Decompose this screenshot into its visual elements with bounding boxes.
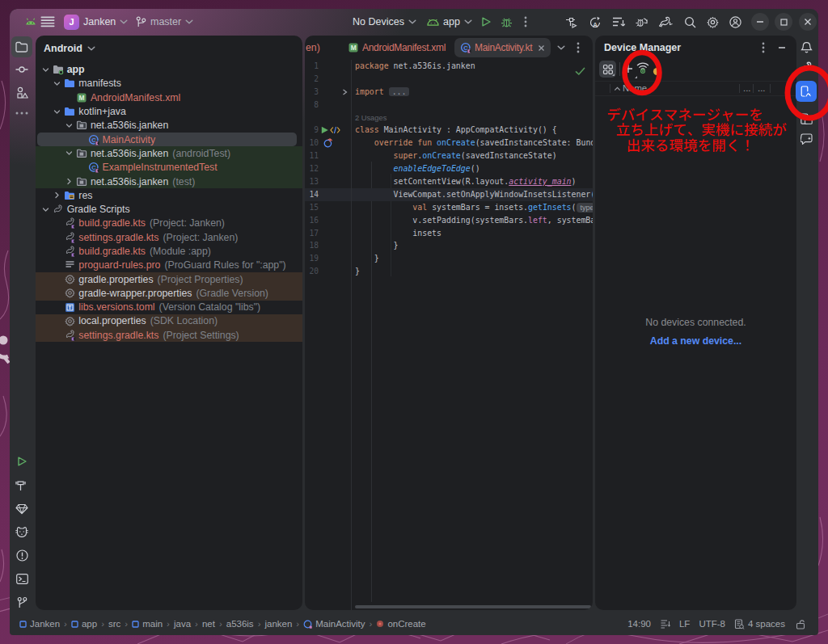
logcat-tool-button[interactable] — [11, 521, 32, 542]
maximize-button[interactable] — [775, 13, 792, 31]
column-3[interactable]: ... — [758, 83, 765, 93]
attach-debugger-button[interactable] — [635, 9, 648, 35]
apply-changes-button[interactable]: A — [589, 9, 602, 35]
inspections-status-icon[interactable] — [575, 65, 585, 79]
project-widget[interactable]: J Janken — [64, 9, 128, 35]
breadcrumb-src[interactable]: src — [108, 619, 120, 629]
inspection-widget[interactable] — [660, 619, 670, 629]
tab-mainactivity[interactable]: C MainActivity.kt — [454, 38, 551, 57]
breadcrumb-mainactivity[interactable]: MainActivity — [303, 619, 365, 629]
tree-chevron[interactable] — [51, 189, 63, 202]
code-line[interactable]: 9class MainActivity : AppCompatActivity(… — [305, 124, 593, 137]
tree-item-gradle-wrapper-properties[interactable]: gradle-wrapper.properties (Gradle Versio… — [36, 286, 302, 300]
running-devices-tool-button[interactable] — [796, 108, 817, 129]
encoding-widget[interactable]: UTF-8 — [699, 619, 725, 629]
horizontal-scrollbar[interactable] — [355, 605, 591, 608]
vcs-widget[interactable]: master — [136, 9, 193, 35]
close-tab-button[interactable] — [538, 44, 545, 52]
settings-button[interactable] — [707, 9, 719, 35]
tree-item-androidmanifest-xml[interactable]: M AndroidManifest.xml — [36, 90, 302, 104]
tree-item-settings-gradle-kts[interactable]: settings.gradle.kts (Project: Janken) — [36, 230, 302, 244]
resource-manager-tool-button[interactable] — [11, 82, 32, 103]
tree-chevron[interactable] — [63, 175, 75, 188]
column-2[interactable]: ... — [743, 83, 750, 93]
code-line[interactable]: 15 val systemBars = insets.getInsets(typ… — [305, 201, 593, 214]
tree-item-app[interactable]: app — [36, 63, 302, 77]
tree-item-res[interactable]: res — [36, 188, 302, 202]
hide-panel-button[interactable] — [778, 44, 786, 52]
code-line[interactable]: 13 setContentView(R.layout.activity_main… — [305, 175, 593, 188]
help-button[interactable] — [653, 65, 661, 79]
gemini-tool-button[interactable] — [796, 128, 817, 149]
close-button[interactable] — [799, 13, 817, 31]
more-run-actions-button[interactable] — [524, 9, 527, 35]
code-line[interactable]: 20} — [305, 265, 593, 278]
folded-imports[interactable]: ... — [389, 87, 410, 96]
code-line[interactable]: 11 super.onCreate(savedInstanceState) — [305, 149, 593, 162]
debug-button[interactable] — [501, 9, 513, 35]
code-line[interactable]: 17 insets — [305, 227, 593, 240]
more-tool-windows-button[interactable] — [11, 103, 32, 124]
code-line[interactable]: 3import ... — [305, 86, 593, 99]
code-line[interactable]: 8 — [305, 99, 593, 112]
build-tool-button[interactable] — [11, 475, 32, 496]
tree-item-exampleinstrumentedtest[interactable]: C ExampleInstrumentedTest — [36, 161, 302, 175]
tree-chevron[interactable] — [51, 77, 63, 90]
tab-androidmanifest[interactable]: M AndroidManifest.xml — [348, 36, 446, 60]
pair-devices-wifi-button[interactable] — [636, 61, 650, 77]
tree-item-net-a536is-janken[interactable]: net.a536is.janken — [36, 119, 302, 133]
code-line[interactable]: 2 Usages — [305, 112, 593, 124]
breadcrumb-main[interactable]: main — [132, 619, 163, 629]
notifications-button[interactable] — [796, 36, 817, 57]
tree-chevron[interactable] — [51, 105, 63, 118]
gradle-sync-button[interactable] — [659, 9, 673, 35]
tree-chevron[interactable] — [40, 63, 52, 76]
tree-item-manifests[interactable]: manifests — [36, 77, 302, 90]
run-tool-button[interactable] — [11, 451, 32, 472]
sort-ascending-icon[interactable] — [614, 86, 621, 91]
tree-item-settings-gradle-kts[interactable]: settings.gradle.kts (Project Settings) — [36, 328, 302, 342]
tree-chevron[interactable] — [63, 119, 75, 132]
breadcrumb-oncreate[interactable]: onCreate — [376, 619, 425, 629]
breadcrumb-janken[interactable]: janken — [264, 619, 292, 629]
usages-hint[interactable]: 2 Usages — [355, 114, 387, 122]
tree-item-proguard-rules-pro[interactable]: proguard-rules.pro (ProGuard Rules for "… — [36, 259, 302, 272]
breadcrumb-janken[interactable]: Janken — [19, 619, 60, 629]
hide-tabs-button[interactable] — [557, 45, 565, 50]
search-everywhere-button[interactable] — [684, 9, 696, 35]
tree-item-libs-versions-toml[interactable]: libs.versions.toml (Version Catalog "lib… — [36, 301, 302, 314]
run-configuration[interactable]: app — [427, 9, 472, 35]
code-line[interactable]: 2 — [305, 73, 593, 86]
code-line[interactable]: 10 override fun onCreate(savedInstanceSt… — [305, 137, 593, 149]
line-separator-widget[interactable]: LF — [679, 619, 690, 629]
profiler-tool-button[interactable] — [11, 499, 32, 520]
device-manager-options-button[interactable] — [762, 42, 765, 53]
code-line[interactable]: 1package net.a536is.janken — [305, 60, 593, 73]
profiler-button[interactable] — [612, 9, 625, 35]
tree-item-net-a536is-janken[interactable]: net.a536is.janken (androidTest) — [36, 146, 302, 160]
breadcrumb-a536is[interactable]: a536is — [226, 619, 254, 629]
account-button[interactable] — [729, 9, 741, 35]
device-manager-tool-button[interactable] — [796, 81, 817, 102]
code-line[interactable]: 19 } — [305, 252, 593, 265]
device-selector[interactable]: No Devices — [353, 9, 416, 35]
code-line[interactable]: 12 enableEdgeToEdge() — [305, 162, 593, 175]
main-menu-button[interactable] — [40, 9, 55, 35]
add-device-button[interactable] — [623, 63, 634, 78]
commit-tool-button[interactable] — [11, 59, 32, 80]
code-line[interactable]: 14 ViewCompat.setOnApplyWindowInsetsList… — [305, 188, 593, 201]
breadcrumb-app[interactable]: app — [71, 619, 97, 629]
run-button[interactable] — [480, 9, 492, 35]
breadcrumb-java[interactable]: java — [174, 619, 191, 629]
tree-chevron[interactable] — [40, 203, 52, 216]
device-view-mode-button[interactable] — [599, 61, 616, 78]
indent-widget[interactable]: 4 spaces — [734, 619, 785, 629]
tree-chevron[interactable] — [63, 147, 75, 160]
project-tool-button[interactable] — [11, 36, 32, 57]
build-button[interactable] — [564, 9, 577, 35]
project-view-selector[interactable]: Android — [36, 36, 302, 59]
minimize-button[interactable] — [751, 13, 769, 31]
tree-item-mainactivity[interactable]: C MainActivity — [36, 133, 302, 146]
tree-item-local-properties[interactable]: local.properties (SDK Location) — [36, 314, 302, 328]
tree-item-gradle-scripts[interactable]: Gradle Scripts — [36, 202, 302, 216]
